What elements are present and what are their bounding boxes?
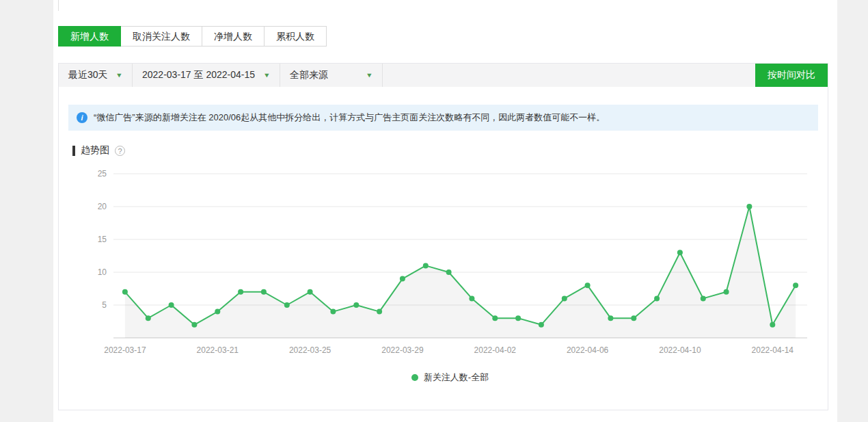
trend-card: 最近30天 ▼ 2022-03-17 至 2022-04-15 ▼ 全部来源 ▼… <box>58 63 828 410</box>
chart-legend[interactable]: 新关注人数-全部 <box>72 371 828 384</box>
metric-tabs: 新增人数 取消关注人数 净增人数 累积人数 <box>58 26 828 47</box>
svg-text:2022-03-25: 2022-03-25 <box>289 345 331 355</box>
source-select[interactable]: 全部来源 ▼ <box>280 64 383 87</box>
filter-bar: 最近30天 ▼ 2022-03-17 至 2022-04-15 ▼ 全部来源 ▼… <box>59 64 828 87</box>
filter-bar-spacer <box>383 64 755 87</box>
info-icon: i <box>77 112 87 123</box>
previous-section-edge <box>58 0 828 11</box>
legend-marker-icon <box>411 374 418 381</box>
notice-banner: i “微信广告”来源的新增关注在 2020/06起从其他中拆分给出，计算方式与广… <box>68 105 818 131</box>
svg-text:2022-03-17: 2022-03-17 <box>104 345 146 355</box>
tab-cumulative[interactable]: 累积人数 <box>264 26 327 47</box>
content-panel: 新增人数 取消关注人数 净增人数 累积人数 最近30天 ▼ 2022-03-17… <box>53 0 837 422</box>
svg-text:25: 25 <box>98 169 107 179</box>
tab-unfollowed[interactable]: 取消关注人数 <box>120 26 202 47</box>
svg-text:20: 20 <box>98 202 107 211</box>
svg-text:5: 5 <box>102 300 107 310</box>
help-icon[interactable]: ? <box>115 146 125 156</box>
svg-text:2022-04-14: 2022-04-14 <box>752 345 794 355</box>
legend-label: 新关注人数-全部 <box>424 371 489 384</box>
line-chart: 5101520252022-03-172022-03-212022-03-252… <box>72 163 817 362</box>
notice-text: “微信广告”来源的新增关注在 2020/06起从其他中拆分给出，计算方式与广告主… <box>94 111 605 124</box>
title-bar-mark <box>72 146 75 156</box>
svg-text:10: 10 <box>98 267 107 277</box>
trend-chart: 5101520252022-03-172022-03-212022-03-252… <box>59 163 828 384</box>
time-range-select[interactable]: 最近30天 ▼ <box>59 64 133 87</box>
tab-net-growth[interactable]: 净增人数 <box>202 26 265 47</box>
time-range-value: 最近30天 <box>68 69 108 81</box>
date-range-select[interactable]: 2022-03-17 至 2022-04-15 ▼ <box>133 64 280 87</box>
svg-text:2022-04-06: 2022-04-06 <box>567 345 609 355</box>
svg-text:2022-03-21: 2022-03-21 <box>197 345 239 355</box>
section-title: 趋势图 ? <box>72 144 828 157</box>
section-title-text: 趋势图 <box>81 144 109 157</box>
svg-text:2022-04-02: 2022-04-02 <box>474 345 517 355</box>
svg-text:2022-03-29: 2022-03-29 <box>381 345 424 355</box>
date-range-value: 2022-03-17 至 2022-04-15 <box>142 69 255 81</box>
svg-text:2022-04-10: 2022-04-10 <box>659 345 701 355</box>
chevron-down-icon: ▼ <box>366 72 373 79</box>
compare-by-time-button[interactable]: 按时间对比 <box>755 64 828 87</box>
tab-new-followers[interactable]: 新增人数 <box>58 26 121 47</box>
chevron-down-icon: ▼ <box>263 72 271 79</box>
source-value: 全部来源 <box>290 69 328 81</box>
chevron-down-icon: ▼ <box>116 72 123 79</box>
svg-text:15: 15 <box>98 235 107 244</box>
